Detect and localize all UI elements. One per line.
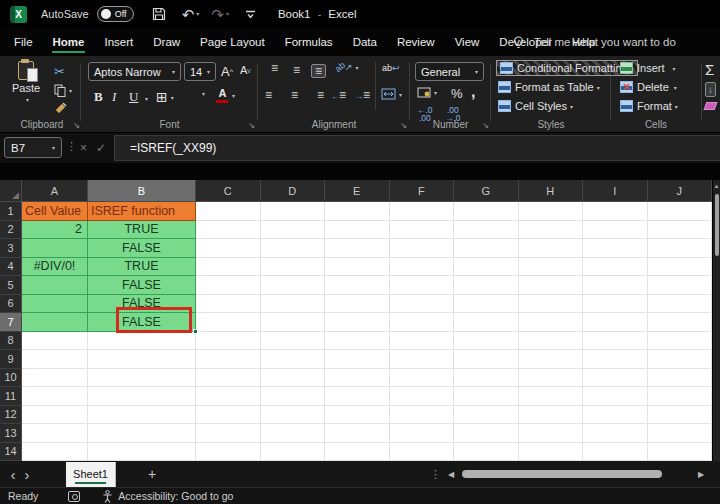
row-header-6[interactable]: 6	[0, 295, 22, 314]
cell-b2[interactable]: TRUE	[88, 221, 196, 240]
cell-h7[interactable]	[519, 313, 584, 332]
column-header-a[interactable]: A	[22, 180, 88, 202]
cell-b4[interactable]: TRUE	[88, 258, 196, 277]
tab-page-layout[interactable]: Page Layout	[190, 30, 275, 55]
cell-c14[interactable]	[196, 443, 261, 462]
tab-data[interactable]: Data	[343, 30, 387, 55]
cell-c5[interactable]	[196, 276, 261, 295]
cell-c13[interactable]	[196, 424, 261, 443]
cell-c11[interactable]	[196, 387, 261, 406]
scroll-right-icon[interactable]: ▶	[698, 470, 710, 479]
number-format-select[interactable]: General▾	[415, 62, 484, 81]
borders-button[interactable]: ⊞▾	[156, 89, 174, 105]
cell-c1[interactable]	[196, 202, 261, 221]
cell-a1[interactable]: Cell Value	[22, 202, 88, 221]
cell-e8[interactable]	[325, 332, 390, 351]
cell-g14[interactable]	[454, 443, 519, 462]
cell-f14[interactable]	[390, 443, 455, 462]
name-box-chevron-icon[interactable]: ▾	[52, 144, 55, 151]
align-left-button[interactable]: ≡	[265, 90, 280, 100]
cell-a14[interactable]	[22, 443, 88, 462]
row-header-7[interactable]: 7	[0, 313, 22, 332]
align-bottom-button[interactable]: ≡	[311, 64, 326, 78]
column-header-h[interactable]: H	[519, 180, 584, 202]
borders-chevron-icon[interactable]: ▾	[171, 94, 174, 101]
number-dialog-launcher-icon[interactable]: ↘	[482, 121, 489, 130]
cell-g5[interactable]	[454, 276, 519, 295]
cell-j8[interactable]	[648, 332, 713, 351]
alignment-dialog-launcher-icon[interactable]: ↘	[400, 121, 407, 130]
row-header-11[interactable]: 11	[0, 387, 22, 406]
cell-b7[interactable]: FALSE	[88, 313, 196, 332]
cell-j2[interactable]	[648, 221, 713, 240]
cell-g1[interactable]	[454, 202, 519, 221]
cell-c2[interactable]	[196, 221, 261, 240]
cell-f7[interactable]	[390, 313, 455, 332]
align-middle-button[interactable]: ≡	[289, 65, 304, 75]
autosave-toggle[interactable]: Off	[97, 6, 134, 22]
tab-file[interactable]: File	[4, 30, 43, 55]
cell-a4[interactable]: #DIV/0!	[22, 258, 88, 277]
cell-d12[interactable]	[261, 406, 326, 425]
cell-f8[interactable]	[390, 332, 455, 351]
cell-g11[interactable]	[454, 387, 519, 406]
cell-j1[interactable]	[648, 202, 713, 221]
font-color-button[interactable]: A ▾	[216, 87, 235, 103]
cell-i4[interactable]	[583, 258, 648, 277]
accessibility-status[interactable]: Accessibility: Good to go	[102, 490, 233, 503]
clear-button[interactable]	[705, 102, 716, 110]
cell-i2[interactable]	[583, 221, 648, 240]
cell-g9[interactable]	[454, 350, 519, 369]
cell-j7[interactable]	[648, 313, 713, 332]
cell-g12[interactable]	[454, 406, 519, 425]
undo-chevron-icon[interactable]: ▾	[196, 11, 199, 17]
cell-b11[interactable]	[88, 387, 196, 406]
cell-d6[interactable]	[261, 295, 326, 314]
fill-handle[interactable]	[193, 329, 198, 334]
insert-cells-button[interactable]: Insert ▾	[620, 62, 676, 74]
cell-g6[interactable]	[454, 295, 519, 314]
row-header-8[interactable]: 8	[0, 332, 22, 351]
cell-d1[interactable]	[261, 202, 326, 221]
wrap-text-button[interactable]: ab ↩	[382, 63, 400, 73]
column-header-d[interactable]: D	[261, 180, 326, 202]
column-header-b[interactable]: B	[88, 180, 196, 202]
horizontal-scroll-thumb[interactable]	[462, 470, 662, 478]
cell-h13[interactable]	[519, 424, 584, 443]
cell-g8[interactable]	[454, 332, 519, 351]
fill-color-button[interactable]: ▾	[186, 87, 205, 99]
cell-d10[interactable]	[261, 369, 326, 388]
cell-e13[interactable]	[325, 424, 390, 443]
cell-a2[interactable]: 2	[22, 221, 88, 240]
underline-chevron-icon[interactable]: ▾	[145, 95, 148, 102]
row-header-5[interactable]: 5	[0, 276, 22, 295]
tab-review[interactable]: Review	[387, 30, 445, 55]
cell-h9[interactable]	[519, 350, 584, 369]
column-header-f[interactable]: F	[390, 180, 455, 202]
sheet-tab-sheet1[interactable]: Sheet1	[66, 462, 116, 487]
cell-j5[interactable]	[648, 276, 713, 295]
cell-e9[interactable]	[325, 350, 390, 369]
cell-j13[interactable]	[648, 424, 713, 443]
cell-d9[interactable]	[261, 350, 326, 369]
vertical-scroll-thumb[interactable]	[715, 194, 719, 256]
scroll-up-icon[interactable]: ▲	[713, 180, 720, 189]
cell-h12[interactable]	[519, 406, 584, 425]
cell-h8[interactable]	[519, 332, 584, 351]
orientation-button[interactable]: ab ↗ ▾	[335, 62, 359, 72]
accounting-format-button[interactable]: ▾	[417, 87, 437, 98]
cell-i12[interactable]	[583, 406, 648, 425]
cell-i11[interactable]	[583, 387, 648, 406]
format-painter-button[interactable]	[54, 102, 67, 115]
cell-styles-button[interactable]: Cell Styles ▾	[498, 100, 573, 112]
cell-e12[interactable]	[325, 406, 390, 425]
cell-e10[interactable]	[325, 369, 390, 388]
cell-a11[interactable]	[22, 387, 88, 406]
cell-b8[interactable]	[88, 332, 196, 351]
copy-chevron-icon[interactable]: ▾	[69, 87, 72, 94]
cell-i7[interactable]	[583, 313, 648, 332]
grow-font-button[interactable]: A^	[221, 64, 233, 79]
cell-e5[interactable]	[325, 276, 390, 295]
cell-f13[interactable]	[390, 424, 455, 443]
status-mode[interactable]: Ready	[8, 490, 38, 502]
